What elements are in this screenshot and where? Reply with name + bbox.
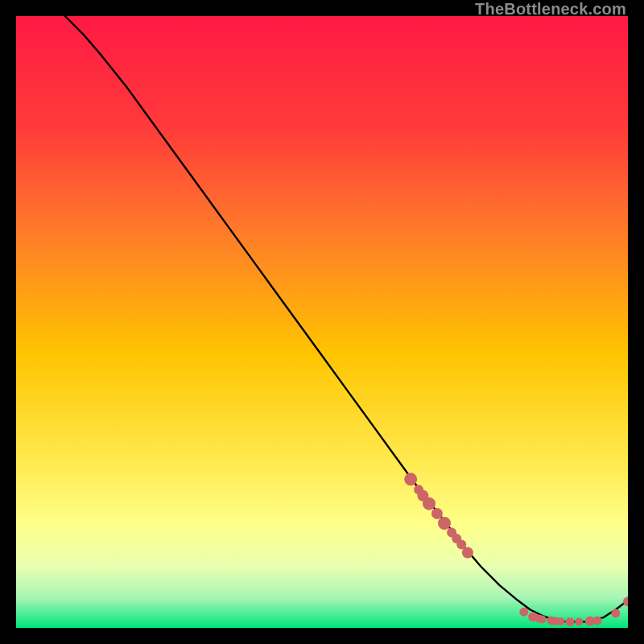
- data-point: [431, 508, 443, 519]
- chart-plot: [16, 16, 628, 628]
- watermark-text: TheBottleneck.com: [475, 0, 626, 19]
- data-point: [611, 609, 620, 617]
- data-point: [423, 497, 436, 510]
- data-point: [438, 517, 451, 530]
- data-point: [539, 615, 547, 623]
- data-point: [575, 617, 583, 625]
- data-point: [462, 547, 473, 559]
- data-point: [565, 617, 574, 626]
- chart-stage: TheBottleneck.com: [0, 0, 644, 644]
- data-point: [404, 473, 417, 485]
- data-point: [593, 616, 602, 625]
- gradient-background: [16, 16, 628, 628]
- data-point: [556, 617, 564, 625]
- data-point: [519, 608, 528, 617]
